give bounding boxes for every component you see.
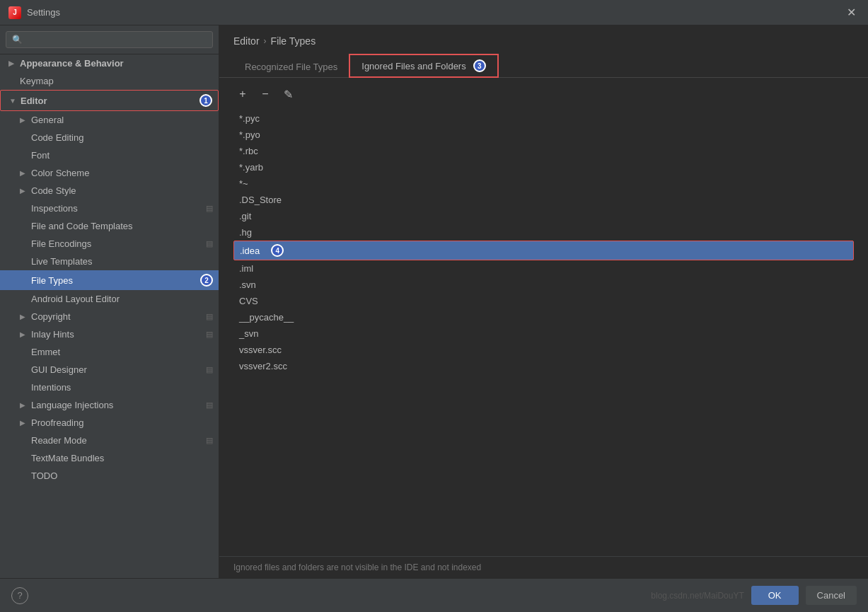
sidebar-item-inspections[interactable]: Inspections▤ [0,200,219,217]
breadcrumb-parent: Editor [233,35,260,47]
arrow-icon: ▶ [20,419,28,427]
edit-button[interactable]: ✎ [279,85,297,103]
sidebar-item-code-style[interactable]: ▶Code Style [0,182,219,200]
sidebar-item-textmate-bundles[interactable]: TextMate Bundles [0,449,219,467]
search-input[interactable] [6,31,213,48]
sidebar-item-file-types[interactable]: File Types2 [0,270,219,290]
list-item[interactable]: CVS [233,293,854,309]
sidebar-item-label: Copyright [31,311,203,322]
list-item[interactable]: *.pyo [233,127,854,143]
tab-ignored[interactable]: Ignored Files and Folders 3 [349,54,498,78]
list-item[interactable]: __pycache__ [233,309,854,325]
file-name: *~ [239,178,248,189]
sidebar-item-label: TextMate Bundles [31,453,213,463]
sidebar-item-editor[interactable]: ▼Editor1 [0,90,219,111]
file-name: *.pyo [239,129,260,140]
arrow-icon: ▶ [20,313,28,321]
toolbar: + − ✎ [219,78,868,110]
add-button[interactable]: + [233,85,252,103]
file-name: .iml [239,263,253,274]
title-text: Settings [27,7,60,18]
sidebar-item-label: General [31,115,213,125]
tab-recognized[interactable]: Recognized File Types [233,57,349,78]
sidebar-item-label: Live Templates [31,256,213,267]
sidebar-item-label: TODO [31,470,213,481]
list-item[interactable]: .iml [233,260,854,277]
arrow-icon: ▶ [20,330,28,338]
sidebar-item-todo[interactable]: TODO [0,467,219,485]
sidebar-item-language-injections[interactable]: ▶Language Injections▤ [0,396,219,414]
sidebar-item-android-layout[interactable]: Android Layout Editor [0,290,219,308]
sidebar-item-general[interactable]: ▶General [0,111,219,129]
sidebar-item-file-encodings[interactable]: File Encodings▤ [0,235,219,253]
sidebar-item-intentions[interactable]: Intentions [0,379,219,396]
sidebar-item-font[interactable]: Font [0,146,219,164]
sidebar-item-label: File Types [31,275,195,286]
sidebar-item-appearance[interactable]: ▶Appearance & Behavior [0,54,219,72]
sidebar-item-reader-mode[interactable]: Reader Mode▤ [0,432,219,449]
list-item[interactable]: .idea4 [233,241,854,260]
list-item[interactable]: .DS_Store [233,192,854,208]
ok-button[interactable]: OK [751,586,799,605]
file-name: .hg [239,227,252,238]
sidebar-item-gui-designer[interactable]: GUI Designer▤ [0,361,219,379]
sidebar-item-label: Appearance & Behavior [20,58,213,69]
sidebar-item-label: Reader Mode [31,435,203,446]
list-item[interactable]: vssver.scc [233,342,854,358]
app-icon: J [8,6,21,19]
tab-badge-3: 3 [473,59,486,72]
settings-icon: ▤ [206,312,213,321]
sidebar-item-copyright[interactable]: ▶Copyright▤ [0,308,219,325]
sidebar-item-proofreading[interactable]: ▶Proofreading [0,414,219,432]
file-name: *.rbc [239,146,258,156]
file-name: *.yarb [239,162,263,173]
sidebar-item-label: Editor [21,96,194,106]
sidebar: ▶Appearance & BehaviorKeymap▼Editor1▶Gen… [0,25,219,578]
file-name: .git [239,211,251,221]
sidebar-item-label: Color Scheme [31,168,213,178]
list-item[interactable]: vssver2.scc [233,358,854,374]
sidebar-item-label: GUI Designer [31,364,203,375]
settings-icon: ▤ [206,365,213,374]
list-item[interactable]: *~ [233,175,854,192]
file-name: CVS [239,296,258,306]
list-item[interactable]: _svn [233,325,854,342]
sidebar-item-label: Keymap [20,76,213,86]
list-item[interactable]: .git [233,208,854,224]
list-item[interactable]: *.rbc [233,143,854,159]
list-item[interactable]: *.yarb [233,159,854,175]
arrow-icon: ▼ [9,97,18,105]
sidebar-item-emmet[interactable]: Emmet [0,343,219,361]
bottom-right: blog.csdn.net/MaiDouYT OK Cancel [651,586,857,605]
arrow-icon: ▶ [8,59,17,67]
title-bar: J Settings ✕ [0,0,868,25]
cancel-button[interactable]: Cancel [806,586,857,605]
watermark: blog.csdn.net/MaiDouYT [651,591,743,601]
sidebar-item-file-code-templates[interactable]: File and Code Templates [0,217,219,235]
status-note: Ignored files and folders are not visibl… [219,556,868,578]
settings-icon: ▤ [206,436,213,445]
sidebar-item-inlay-hints[interactable]: ▶Inlay Hints▤ [0,325,219,343]
remove-button[interactable]: − [256,85,274,103]
sidebar-item-label: File Encodings [31,238,203,249]
list-item[interactable]: *.pyc [233,110,854,127]
sidebar-item-color-scheme[interactable]: ▶Color Scheme [0,164,219,182]
close-button[interactable]: ✕ [843,4,860,21]
list-item[interactable]: .hg [233,224,854,241]
list-item[interactable]: .svn [233,277,854,293]
file-list: *.pyc*.pyo*.rbc*.yarb*~.DS_Store.git.hg.… [219,110,868,556]
content-area: Editor › File Types Recognized File Type… [219,25,868,578]
arrow-icon: ▶ [20,401,28,409]
sidebar-item-keymap[interactable]: Keymap [0,72,219,90]
file-name: _svn [239,328,258,339]
file-name: .DS_Store [239,195,282,205]
title-bar-left: J Settings [8,6,60,19]
sidebar-item-live-templates[interactable]: Live Templates [0,253,219,270]
file-name: *.pyc [239,113,260,124]
breadcrumb-separator: › [264,36,267,46]
settings-icon: ▤ [206,239,213,248]
sidebar-item-label: Inlay Hints [31,329,203,340]
help-button[interactable]: ? [11,587,28,604]
sidebar-item-label: Inspections [31,203,203,214]
sidebar-item-code-editing[interactable]: Code Editing [0,129,219,146]
